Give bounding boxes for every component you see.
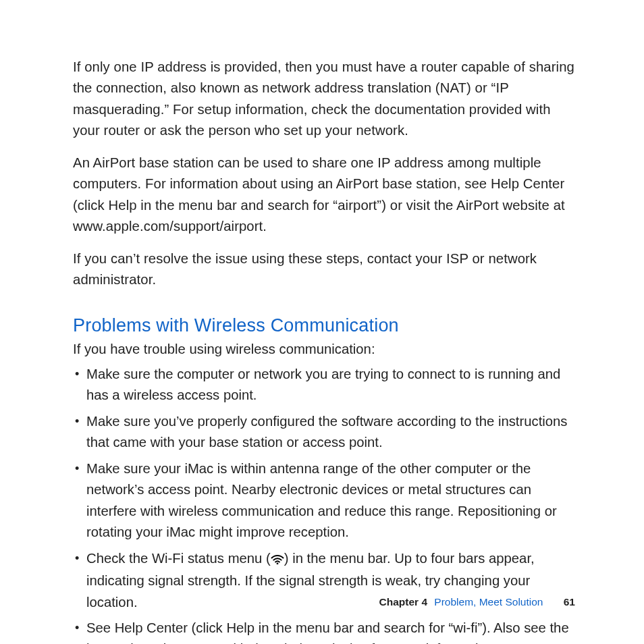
list-item: Make sure the computer or network you ar…: [73, 364, 575, 406]
svg-point-0: [276, 562, 278, 564]
section-intro: If you have trouble using wireless commu…: [73, 339, 575, 360]
body-paragraph: If only one IP address is provided, then…: [73, 57, 575, 142]
body-paragraph: If you can’t resolve the issue using the…: [73, 248, 575, 291]
wifi-icon: [271, 549, 284, 570]
section-heading: Problems with Wireless Communication: [73, 315, 575, 336]
document-page: If only one IP address is provided, then…: [0, 0, 644, 644]
body-paragraph: An AirPort base station can be used to s…: [73, 153, 575, 238]
page-number: 61: [564, 596, 575, 608]
list-item: Make sure your iMac is within antenna ra…: [73, 458, 575, 543]
chapter-label: Chapter 4: [379, 596, 428, 608]
list-item-text: Check the Wi-Fi status menu (: [86, 551, 271, 566]
list-item: See Help Center (click Help in the menu …: [73, 618, 575, 644]
list-item: Make sure you’ve properly configured the…: [73, 411, 575, 454]
page-footer: Chapter 4 Problem, Meet Solution 61: [379, 596, 575, 608]
chapter-title: Problem, Meet Solution: [434, 596, 543, 608]
